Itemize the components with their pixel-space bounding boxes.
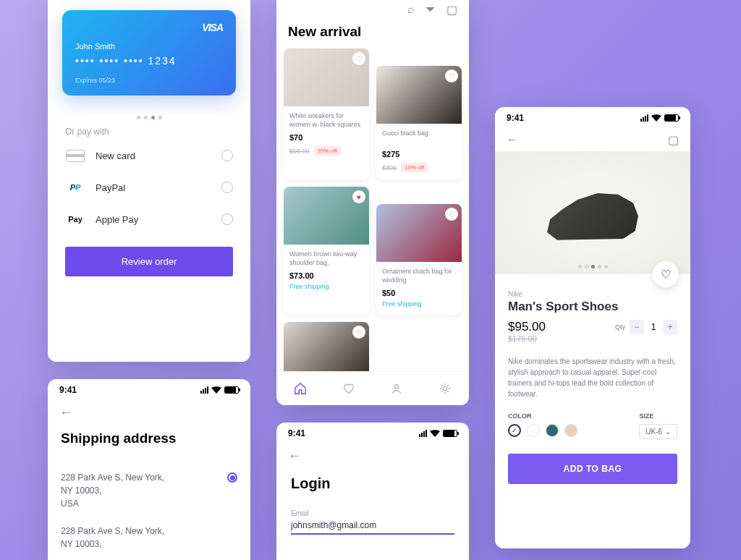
size-select[interactable]: UK-6⌄: [639, 424, 677, 439]
status-time: 9:41: [507, 113, 524, 123]
status-icons: [419, 430, 457, 437]
payment-screen: VISA John Smith •••• •••• •••• 1234 Expi…: [48, 0, 250, 362]
add-to-bag-button[interactable]: ADD TO BAG: [508, 454, 677, 484]
page-title: Login: [276, 468, 469, 499]
color-swatch[interactable]: [546, 424, 559, 437]
pay-option-paypal[interactable]: PP PayPal: [48, 171, 250, 203]
prev-card-peek[interactable]: [48, 22, 54, 72]
pay-option-applepay[interactable]: Pay Apple Pay: [48, 203, 250, 235]
card-pagination-dots: [48, 106, 250, 124]
profile-icon[interactable]: [390, 382, 403, 395]
favorite-icon[interactable]: ♡: [352, 52, 365, 65]
favorite-icon[interactable]: ♡: [445, 69, 458, 82]
back-button[interactable]: ←: [507, 133, 518, 147]
favorite-icon[interactable]: ♡: [352, 326, 365, 339]
address-item-1[interactable]: 228 Park Ave S, New York, NY 10003, USA: [48, 464, 250, 517]
page-title: Shipping address: [48, 425, 250, 464]
qty-plus-button[interactable]: +: [663, 320, 677, 334]
or-pay-with-label: Or pay with: [48, 124, 250, 140]
discount-badge: 10% off: [401, 163, 428, 172]
product-title: Man's Sport Shoes: [508, 300, 677, 314]
qty-label: Qty: [615, 323, 625, 331]
product-card[interactable]: ♡ Gucci black bag $275 $30010% off: [376, 66, 462, 179]
image-pagination-dots: [578, 265, 608, 268]
next-card-peek[interactable]: [245, 22, 250, 72]
favorite-icon[interactable]: ♡: [445, 208, 458, 221]
color-swatch[interactable]: [564, 424, 577, 437]
product-card[interactable]: ♡ Ornament clutch bag for wedding $50 Fr…: [376, 204, 462, 315]
arrival-screen: ⌕ ⏷ ▢ New arrival ♡ White sneakers for w…: [276, 0, 469, 405]
shipping-screen: 9:41 ← Shipping address 228 Park Ave S, …: [48, 379, 250, 560]
bag-icon[interactable]: ▢: [668, 133, 679, 147]
search-icon[interactable]: ⌕: [407, 3, 415, 17]
bag-icon[interactable]: ▢: [446, 3, 457, 17]
radio-new-card[interactable]: [221, 150, 233, 161]
address-item-2[interactable]: 228 Park Ave S, New York, NY 10003,: [48, 517, 250, 558]
card-brand: VISA: [75, 22, 223, 33]
discount-badge: 35% off: [314, 146, 341, 156]
favorite-icon[interactable]: ♥: [352, 190, 365, 203]
settings-icon[interactable]: [439, 382, 452, 395]
free-shipping-label: Free shipping: [289, 283, 363, 290]
back-button[interactable]: ←: [48, 401, 250, 425]
brand-label: Nike: [508, 290, 677, 298]
radio-address-selected[interactable]: [227, 472, 237, 483]
login-screen: 9:41 ← Login Email johnsmith@gmail.com: [276, 423, 469, 560]
radio-applepay[interactable]: [221, 213, 233, 225]
card-number: •••• •••• •••• 1234: [75, 55, 223, 67]
color-label: COLOR: [508, 412, 577, 420]
card-icon: [66, 150, 85, 162]
bottom-nav: [276, 371, 469, 405]
product-price: $95.00: [508, 320, 546, 334]
status-time: 9:41: [59, 385, 77, 395]
pay-option-new-card[interactable]: New card: [48, 140, 250, 171]
email-field[interactable]: johnsmith@gmail.com: [291, 517, 454, 535]
product-image: [542, 180, 643, 245]
product-description: Nike dominates the sportswear industry w…: [508, 356, 677, 399]
credit-card[interactable]: VISA John Smith •••• •••• •••• 1234 Expi…: [62, 10, 236, 96]
home-icon[interactable]: [294, 382, 307, 395]
svg-point-1: [443, 386, 446, 390]
filter-icon[interactable]: ⏷: [425, 3, 436, 17]
free-shipping-label: Free shipping: [382, 300, 456, 307]
back-button[interactable]: ←: [276, 444, 469, 468]
email-label: Email: [291, 509, 454, 517]
qty-value: 1: [648, 322, 659, 332]
status-icons: [200, 386, 239, 394]
favorite-button[interactable]: ♡: [653, 261, 679, 287]
product-card[interactable]: ♥ Women brown two-way shoulder bag. $73.…: [284, 187, 369, 315]
qty-minus-button[interactable]: −: [630, 320, 644, 334]
paypal-icon: PP: [65, 180, 85, 195]
svg-point-0: [395, 385, 399, 389]
chevron-down-icon: ⌄: [665, 428, 671, 436]
product-detail-screen: 9:41 ← ▢ ♡ Nike Man's Sport Shoes $95.00…: [495, 107, 690, 548]
heart-icon[interactable]: [342, 382, 355, 395]
applepay-icon: Pay: [65, 212, 85, 226]
color-swatch[interactable]: [527, 424, 540, 437]
card-holder: John Smith: [75, 42, 223, 51]
product-hero[interactable]: ♡: [495, 151, 690, 274]
section-title: New arrival: [276, 20, 469, 48]
status-time: 9:41: [288, 428, 305, 438]
card-expiry: Expires 05/23: [75, 77, 223, 84]
size-label: SIZE: [639, 412, 677, 420]
product-old-price: $175.00: [508, 334, 546, 343]
status-icons: [640, 114, 679, 122]
product-card[interactable]: ♡ White sneakers for women w. black squa…: [284, 48, 369, 179]
color-swatch[interactable]: ✓: [508, 424, 521, 437]
radio-paypal[interactable]: [221, 182, 233, 193]
review-order-button[interactable]: Review order: [65, 247, 233, 276]
